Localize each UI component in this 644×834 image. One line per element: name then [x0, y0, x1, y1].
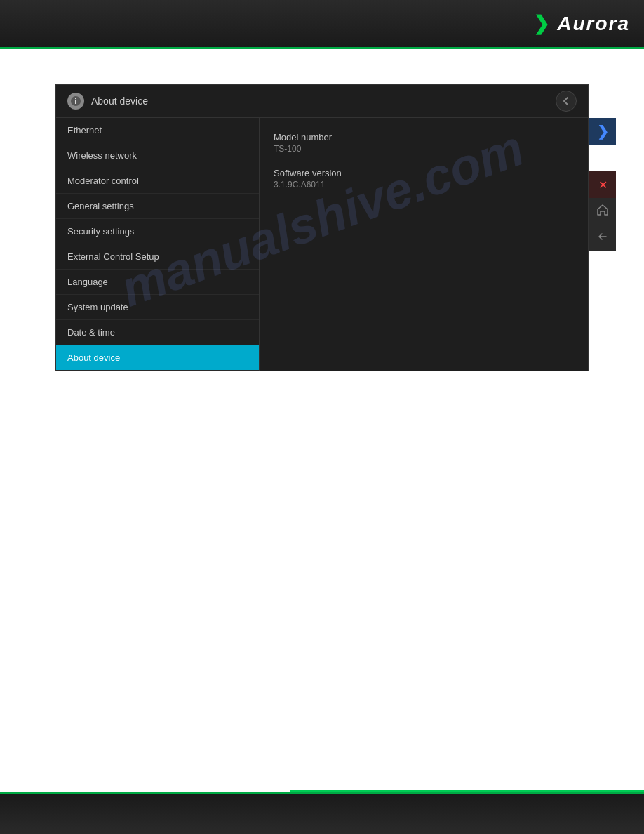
close-icon: ✕	[598, 178, 608, 192]
svg-text:i: i	[75, 98, 77, 105]
sidebar-item-system-update[interactable]: System update	[56, 295, 259, 320]
header-back-button[interactable]	[556, 91, 577, 112]
software-version-value: 3.1.9C.A6011	[274, 180, 574, 190]
sidebar-item-security-settings[interactable]: Security settings	[56, 219, 259, 244]
right-buttons: ❯ ✕	[589, 118, 616, 251]
sidebar-item-wireless-network[interactable]: Wireless network	[56, 143, 259, 168]
back-icon	[596, 230, 609, 246]
main-content: manualshive.com i About device Ethernet …	[0, 49, 644, 792]
home-button[interactable]	[589, 198, 616, 225]
panel-body: Ethernet Wireless network Moderator cont…	[56, 118, 588, 371]
content-area: Model number TS-100 Software version 3.1…	[260, 118, 588, 371]
panel-header-left: i About device	[67, 93, 148, 110]
software-version-row: Software version 3.1.9C.A6011	[274, 168, 574, 190]
sidebar-item-ethernet[interactable]: Ethernet	[56, 118, 259, 143]
logo-text: Aurora	[557, 13, 630, 34]
panel-title: About device	[91, 95, 148, 107]
model-number-value: TS-100	[274, 144, 574, 154]
sidebar-item-general-settings[interactable]: General settings	[56, 194, 259, 219]
home-icon	[596, 204, 609, 219]
sidebar-item-language[interactable]: Language	[56, 270, 259, 295]
sidebar-item-moderator-control[interactable]: Moderator control	[56, 168, 259, 194]
sidebar-item-about-device[interactable]: About device	[56, 345, 259, 371]
close-button[interactable]: ✕	[589, 171, 616, 198]
chevron-button[interactable]: ❯	[589, 118, 616, 145]
device-panel: i About device Ethernet Wireless network…	[55, 84, 589, 371]
sidebar-item-date-time[interactable]: Date & time	[56, 320, 259, 345]
model-number-label: Model number	[274, 132, 574, 143]
panel-header: i About device	[56, 85, 588, 118]
aurora-logo: ❯ Aurora	[533, 12, 630, 35]
sidebar-item-external-control-setup[interactable]: External Control Setup	[56, 244, 259, 270]
top-bar: ❯ Aurora	[0, 0, 644, 49]
logo-chevron: ❯	[533, 13, 551, 34]
chevron-icon: ❯	[597, 123, 609, 140]
software-version-label: Software version	[274, 168, 574, 178]
back-button[interactable]	[589, 225, 616, 251]
about-icon: i	[67, 93, 84, 110]
model-number-row: Model number TS-100	[274, 132, 574, 154]
bottom-bar	[0, 792, 644, 834]
sidebar: Ethernet Wireless network Moderator cont…	[56, 118, 260, 371]
